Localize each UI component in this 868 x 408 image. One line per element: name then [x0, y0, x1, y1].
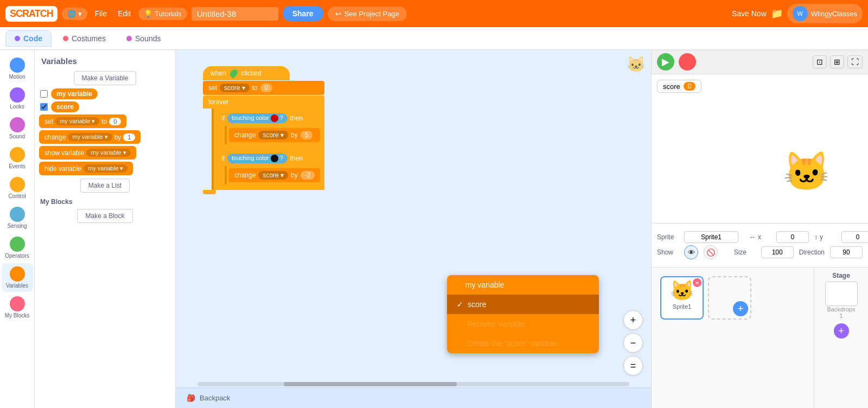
- green-flag-button[interactable]: ▶: [657, 53, 674, 71]
- stage-canvas[interactable]: score 0 🐱: [652, 74, 868, 215]
- zoom-controls: + − =: [623, 310, 643, 375]
- set-val[interactable]: 0: [109, 118, 121, 125]
- red-color-circle[interactable]: [271, 114, 278, 122]
- set-var-block-row: set my variable ▾ to 0: [39, 114, 171, 128]
- make-list-button[interactable]: Make a List: [80, 178, 130, 193]
- show-var-block-row: show variable my variable ▾: [39, 146, 171, 160]
- folder-button[interactable]: 📁: [771, 8, 783, 20]
- set-score-block[interactable]: set score ▾ to 0: [203, 81, 324, 95]
- change-var-block-row: change my variable ▾ by 1: [39, 130, 171, 144]
- stage-label: Stage: [832, 272, 850, 279]
- file-menu[interactable]: File: [92, 9, 111, 18]
- stage-container: Stage Backdrops 1 +: [814, 267, 868, 408]
- make-block-button[interactable]: Make a Block: [77, 209, 132, 223]
- events-dot: [10, 147, 25, 162]
- sidebar-item-sound[interactable]: Sound: [2, 114, 33, 143]
- user-area[interactable]: W WlingyClasses: [787, 4, 863, 23]
- dropdown-score[interactable]: ✓ score: [447, 295, 599, 314]
- flag-icon: [228, 68, 239, 79]
- myvar-badge[interactable]: my variable: [51, 88, 98, 99]
- sidebar-item-looks[interactable]: Looks: [2, 84, 33, 113]
- dropdown-myvar[interactable]: my variable: [447, 275, 599, 295]
- set-score-val[interactable]: 0: [260, 84, 273, 92]
- change-score-val-2[interactable]: -2: [301, 171, 315, 180]
- globe-button[interactable]: 🌐 ▾: [62, 8, 87, 20]
- tabs-row: Code Costumes Sounds: [0, 27, 868, 50]
- sidebar-item-variables[interactable]: Variables: [2, 263, 33, 292]
- set-variable-block[interactable]: set my variable ▾ to 0: [39, 114, 126, 128]
- zoom-reset-button[interactable]: =: [623, 356, 643, 375]
- project-name-input[interactable]: [192, 7, 278, 21]
- change-score-5-block[interactable]: change score ▾ by 5: [229, 128, 320, 142]
- sidebar-item-control[interactable]: Control: [2, 174, 33, 202]
- add-sprite-button[interactable]: +: [708, 276, 751, 320]
- scratch-logo[interactable]: SCRATCH: [5, 6, 58, 22]
- see-project-button[interactable]: ↩ See Project Page: [328, 7, 407, 21]
- operators-dot: [10, 237, 25, 252]
- hide-variable-block[interactable]: hide variable my variable ▾: [39, 162, 133, 175]
- layout-normal-button[interactable]: ⊞: [830, 55, 844, 68]
- tab-sounds[interactable]: Sounds: [117, 30, 170, 47]
- add-backdrop-button[interactable]: +: [834, 323, 849, 339]
- make-variable-button[interactable]: Make a Variable: [74, 71, 137, 85]
- change-score-dropdown-1[interactable]: score ▾: [258, 131, 288, 139]
- scrollbar-thumb[interactable]: [284, 382, 456, 386]
- sidebar-item-myblocks[interactable]: My Blocks: [2, 293, 33, 322]
- direction-input[interactable]: [830, 246, 863, 258]
- sidebar-item-operators[interactable]: Operators: [2, 233, 33, 262]
- forever-block[interactable]: forever: [203, 95, 324, 109]
- show-var-dropdown[interactable]: my variable ▾: [86, 149, 130, 157]
- size-input[interactable]: [761, 246, 794, 258]
- dropdown-rename[interactable]: Rename variable: [447, 314, 599, 334]
- set-score-dropdown[interactable]: score ▾: [220, 84, 250, 92]
- sidebar-item-motion[interactable]: Motion: [2, 54, 33, 83]
- set-var-dropdown[interactable]: my variable ▾: [55, 117, 99, 125]
- code-area[interactable]: when clicked set score ▾ to 0 forever if…: [176, 50, 651, 408]
- change-score-val-1[interactable]: 5: [301, 131, 313, 139]
- change-score-dropdown-2[interactable]: score ▾: [258, 171, 288, 180]
- tutorials-button[interactable]: 💡 Tutorials: [138, 8, 187, 20]
- myvar-checkbox[interactable]: [40, 90, 48, 98]
- if-touching-black-block[interactable]: if touching color ? then: [216, 151, 322, 166]
- sound-dot: [10, 117, 25, 132]
- stop-button[interactable]: [679, 53, 696, 71]
- layout-small-button[interactable]: ⊡: [813, 55, 827, 68]
- edit-menu[interactable]: Edit: [114, 9, 134, 18]
- zoom-out-button[interactable]: −: [623, 333, 643, 353]
- backdrops-info: Backdrops 1: [827, 306, 856, 319]
- tab-costumes[interactable]: Costumes: [54, 30, 115, 47]
- delete-sprite-icon[interactable]: ✕: [693, 278, 701, 287]
- backpack-bar[interactable]: 🎒 Backpack: [176, 387, 651, 408]
- y-input[interactable]: [841, 231, 868, 243]
- change-score-neg2-block[interactable]: change score ▾ by -2: [229, 168, 320, 182]
- sidebar-item-sensing[interactable]: Sensing: [2, 203, 33, 232]
- horizontal-scrollbar[interactable]: [197, 382, 629, 386]
- hide-eye-button[interactable]: 🚫: [704, 245, 718, 259]
- zoom-in-button[interactable]: +: [623, 310, 643, 330]
- layout-fullscreen-button[interactable]: ⛶: [847, 55, 863, 68]
- change-variable-block[interactable]: change my variable ▾ by 1: [39, 130, 141, 144]
- show-eye-button[interactable]: 👁: [684, 245, 698, 259]
- save-now-button[interactable]: Save Now: [732, 9, 767, 18]
- change-val[interactable]: 1: [123, 133, 135, 141]
- sidebar-item-events[interactable]: Events: [2, 144, 33, 173]
- x-label: ↔ x: [749, 233, 771, 241]
- black-color-circle[interactable]: [271, 155, 278, 162]
- share-button[interactable]: Share: [283, 6, 323, 21]
- tab-code[interactable]: Code: [5, 30, 52, 47]
- show-variable-block[interactable]: show variable my variable ▾: [39, 146, 136, 160]
- hide-var-dropdown[interactable]: my variable ▾: [84, 164, 127, 173]
- score-badge[interactable]: score: [51, 101, 79, 112]
- stage-mini-preview[interactable]: [825, 282, 858, 306]
- dropdown-delete[interactable]: Delete the "score" variable: [447, 334, 599, 353]
- myvar-row: my variable: [40, 88, 170, 99]
- stage-controls: ▶ ⊡ ⊞ ⛶: [652, 50, 868, 74]
- score-checkbox[interactable]: [40, 103, 48, 111]
- user-avatar: W: [793, 6, 808, 21]
- change-var-dropdown[interactable]: my variable ▾: [68, 133, 112, 141]
- x-input[interactable]: [776, 231, 809, 243]
- sprite-name-input[interactable]: [684, 231, 738, 243]
- when-flag-block[interactable]: when clicked: [203, 66, 290, 80]
- sprite-thumb-sprite1[interactable]: ✕ 🐱 Sprite1: [660, 276, 704, 320]
- if-touching-red-block[interactable]: if touching color ? then: [216, 111, 322, 126]
